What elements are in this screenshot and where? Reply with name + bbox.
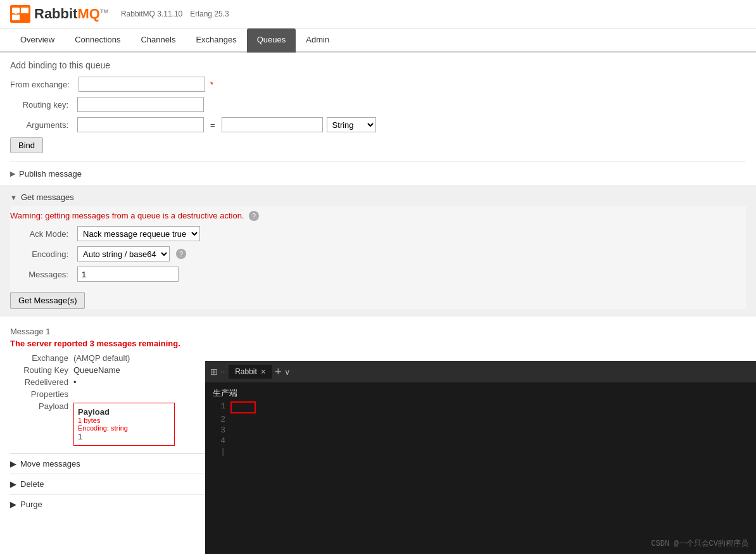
logo: RabbitMQTM [10,5,108,23]
nav-admin[interactable]: Admin [296,28,339,53]
encoding-row: Encoding: Auto string / base64 base64 ? [10,246,746,261]
from-exchange-label: From exchange: [10,80,75,89]
arguments-value-input[interactable] [222,117,323,132]
logo-text: RabbitMQTM [34,6,108,22]
encoding-help-btn[interactable]: ? [176,249,186,259]
message-label: Message 1 [10,327,746,336]
new-tab-btn[interactable]: + [275,365,282,379]
arguments-label: Arguments: [10,120,73,130]
nav-queues[interactable]: Queues [247,28,296,53]
warning-text: Warning: getting messages from a queue i… [10,211,746,221]
payload-header: Payload [78,407,170,417]
terminal-icon: ⊞ [210,367,218,377]
bind-button[interactable]: Bind [10,137,43,153]
terminal-body: 生产端 1 2 3 4 | CSDN @一个只会CV的程序员 [205,382,756,522]
arguments-key-input[interactable] [77,117,204,132]
messages-input[interactable] [77,267,179,282]
get-messages-title: Get messages [21,192,74,202]
arguments-row: Arguments: = String Number Boolean [10,117,746,132]
terminal-line-3: 3 [213,425,748,435]
get-messages-section: ▼ Get messages Warning: getting messages… [0,185,756,317]
publish-arrow: ▶ [10,170,15,178]
delete-arrow: ▶ [10,479,16,489]
svg-rect-3 [21,8,28,13]
payload-box: Payload 1 bytes Encoding: string 1 [73,401,175,446]
terminal-line-4: 4 [213,436,748,446]
ack-mode-row: Ack Mode: Nack message requeue true Ack … [10,226,746,241]
required-star: * [210,80,213,89]
from-exchange-row: From exchange: * [10,77,746,92]
terminal-cursor-line: | [213,447,748,456]
add-binding-title: Add binding to this queue [10,60,746,70]
terminal-title-line: 生产端 [213,387,748,399]
publish-message-toggle[interactable]: ▶ Publish message [10,165,746,182]
arguments-type-select[interactable]: String Number Boolean [327,117,376,132]
terminal-close-btn[interactable]: × [261,367,266,377]
get-messages-arrow: ▼ [10,194,17,201]
server-message: The server reported 3 messages remaining… [10,339,746,348]
terminal-line-2: 2 [213,415,748,424]
from-exchange-input[interactable] [79,77,205,92]
purge-title: Purge [20,500,42,509]
nav-exchanges[interactable]: Exchanges [186,28,246,53]
move-messages-arrow: ▶ [10,459,16,469]
payload-key: Payload [10,401,73,446]
get-messages-body: Warning: getting messages from a queue i… [10,206,746,309]
purge-arrow: ▶ [10,500,16,509]
publish-title: Publish message [19,169,82,179]
payload-encoding: Encoding: string [78,424,170,432]
add-binding-section: Add binding to this queue From exchange:… [10,60,746,153]
nav-overview[interactable]: Overview [10,28,65,53]
get-messages-toggle[interactable]: ▼ Get messages [10,189,746,206]
redelivered-value: • [73,377,77,387]
payload-value: 1 [78,432,170,441]
payload-bytes: 1 bytes [78,417,170,424]
exchange-value: (AMQP default) [73,353,130,363]
routing-key-result-value: QueueName [73,365,120,375]
delete-title: Delete [20,479,44,489]
header: RabbitMQTM RabbitMQ 3.11.10 Erlang 25.3 [0,0,756,28]
terminal-line-1: 1 [213,401,748,413]
terminal-dropdown-btn[interactable]: ∨ [284,367,291,377]
logo-icon [10,5,30,23]
nav-connections[interactable]: Connections [65,28,130,53]
terminal-tab-blurred: ··· [220,368,226,375]
routing-key-row: Routing key: [10,97,746,112]
terminal-title: 生产端 [213,389,237,398]
terminal-active-tab[interactable]: Rabbit × [229,365,272,379]
exchange-key: Exchange [10,353,73,363]
publish-message-section: ▶ Publish message [10,161,746,182]
nav: Overview Connections Channels Exchanges … [0,28,756,53]
terminal-overlay: ⊞ ··· Rabbit × + ∨ 生产端 1 2 3 4 [205,361,756,522]
erlang-version: Erlang 25.3 [190,9,229,18]
terminal-tab-label: Rabbit [235,367,257,376]
warning-help-btn[interactable]: ? [249,211,259,221]
routing-key-input[interactable] [77,97,204,112]
redelivered-key: Redelivered [10,377,73,387]
tab-blurred-label: ··· [220,368,226,375]
rabbitmq-version: RabbitMQ 3.11.10 [121,9,182,18]
ack-mode-label: Ack Mode: [10,229,73,239]
encoding-select[interactable]: Auto string / base64 base64 [77,246,170,261]
payload-content: Payload 1 bytes Encoding: string 1 [73,403,175,446]
svg-rect-1 [12,8,20,13]
version-info: RabbitMQ 3.11.10 Erlang 25.3 [121,9,229,18]
equals-sign: = [210,120,215,130]
terminal-tabs: ⊞ ··· Rabbit × + ∨ [205,361,756,382]
encoding-label: Encoding: [10,249,73,259]
messages-label: Messages: [10,270,73,279]
move-messages-title: Move messages [20,459,80,469]
routing-key-result-key: Routing Key [10,365,73,375]
properties-key: Properties [10,389,73,399]
nav-channels[interactable]: Channels [130,28,186,53]
routing-key-label: Routing key: [10,100,73,110]
ack-mode-select[interactable]: Nack message requeue true Ack message re… [77,226,200,241]
messages-row: Messages: [10,267,746,282]
svg-rect-2 [12,15,20,20]
get-messages-button[interactable]: Get Message(s) [10,292,85,309]
